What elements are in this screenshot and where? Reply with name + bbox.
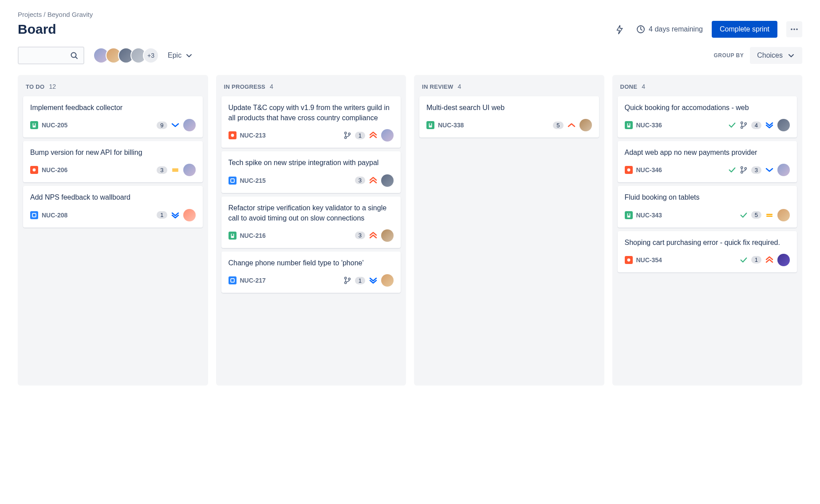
automation-icon[interactable] — [611, 21, 627, 37]
assignee-avatar[interactable] — [381, 274, 394, 287]
done-check-icon — [740, 211, 748, 219]
issue-key: NUC-346 — [636, 166, 662, 173]
card[interactable]: Add NPS feedback to wallboardNUC-2081 — [23, 186, 203, 227]
column-title: IN REVIEW — [422, 83, 453, 90]
issue-key: NUC-343 — [636, 212, 662, 219]
priority-highest-icon — [369, 176, 378, 185]
story-type-icon — [625, 121, 633, 129]
card[interactable]: Refactor stripe verification key validat… — [221, 197, 401, 248]
group-by-select[interactable]: Choices — [750, 47, 802, 64]
issue-key: NUC-215 — [240, 177, 266, 184]
assignee-avatar[interactable] — [381, 174, 394, 187]
issue-key: NUC-217 — [240, 277, 266, 284]
column-title: DONE — [620, 83, 638, 90]
complete-sprint-button[interactable]: Complete sprint — [712, 21, 777, 38]
story-points: 3 — [355, 232, 365, 239]
more-actions-button[interactable] — [786, 21, 802, 37]
search-input[interactable] — [18, 47, 84, 64]
issue-key: NUC-338 — [438, 122, 464, 129]
bug-type-icon — [229, 131, 237, 139]
assignee-filter-avatars: +3 — [93, 47, 159, 63]
issue-key: NUC-206 — [42, 166, 67, 173]
branch-icon — [740, 121, 748, 129]
priority-medium-icon — [765, 211, 774, 220]
card[interactable]: Change phone number field type to 'phone… — [221, 252, 401, 293]
chevron-down-icon — [787, 51, 795, 59]
column-count: 4 — [270, 83, 273, 90]
card[interactable]: Shoping cart purchasing error - quick fi… — [618, 231, 797, 272]
column-inreview: IN REVIEW4Multi-dest search UI webNUC-33… — [414, 75, 604, 386]
assignee-avatar[interactable] — [183, 119, 196, 131]
assignee-avatar[interactable] — [183, 209, 196, 221]
card[interactable]: Update T&C copy with v1.9 from the write… — [221, 96, 401, 148]
column-todo: TO DO12Implement feedback collectorNUC-2… — [18, 75, 208, 386]
story-type-icon — [229, 232, 237, 240]
issue-key: NUC-354 — [636, 256, 662, 264]
card[interactable]: Fluid booking on tabletsNUC-3435 — [618, 186, 797, 227]
kanban-board: TO DO12Implement feedback collectorNUC-2… — [18, 75, 802, 386]
column-title: TO DO — [26, 83, 44, 90]
card-title: Implement feedback collector — [30, 102, 196, 113]
card[interactable]: Tech spike on new stripe integration wit… — [221, 151, 401, 193]
clock-icon — [636, 25, 645, 34]
avatar-more[interactable]: +3 — [143, 47, 159, 63]
column-count: 4 — [458, 83, 461, 90]
card-title: Fluid booking on tablets — [625, 192, 790, 202]
story-points: 3 — [355, 177, 365, 184]
priority-mediumhigh-icon — [567, 121, 576, 130]
chevron-down-icon — [185, 51, 193, 59]
done-check-icon — [740, 256, 748, 264]
card[interactable]: Quick booking for accomodations - webNUC… — [618, 96, 797, 138]
priority-highest-icon — [369, 131, 378, 140]
issue-key: NUC-205 — [42, 122, 67, 129]
assignee-avatar[interactable] — [777, 209, 790, 221]
story-type-icon — [625, 211, 633, 219]
story-points: 1 — [355, 132, 365, 139]
assignee-avatar[interactable] — [777, 164, 790, 176]
priority-lowest-icon — [765, 121, 774, 130]
card-title: Multi-dest search UI web — [426, 102, 592, 113]
card[interactable]: Multi-dest search UI webNUC-3385 — [419, 96, 599, 138]
group-by-label: GROUP BY — [714, 52, 744, 59]
card[interactable]: Adapt web app no new payments providerNU… — [618, 141, 797, 182]
issue-key: NUC-336 — [636, 122, 662, 129]
breadcrumb-root[interactable]: Projects — [18, 11, 42, 18]
bug-type-icon — [625, 256, 633, 264]
issue-key: NUC-216 — [240, 232, 266, 239]
card[interactable]: Implement feedback collectorNUC-2059 — [23, 96, 203, 138]
assignee-avatar[interactable] — [580, 119, 592, 131]
assignee-avatar[interactable] — [381, 129, 394, 142]
assignee-avatar[interactable] — [381, 229, 394, 242]
card-title: Update T&C copy with v1.9 from the write… — [229, 102, 394, 123]
column-done: DONE4Quick booking for accomodations - w… — [612, 75, 803, 386]
task-type-icon — [30, 211, 38, 219]
priority-medium-icon — [171, 165, 180, 174]
assignee-avatar[interactable] — [183, 164, 196, 176]
issue-key: NUC-213 — [240, 132, 266, 139]
issue-key: NUC-208 — [42, 212, 67, 219]
page-title: Board — [18, 22, 56, 37]
story-points: 3 — [157, 166, 167, 174]
column-count: 12 — [49, 83, 56, 90]
assignee-avatar[interactable] — [777, 254, 790, 266]
story-type-icon — [30, 121, 38, 129]
card-title: Change phone number field type to 'phone… — [229, 258, 394, 268]
priority-lowest-icon — [369, 276, 378, 285]
card[interactable]: Bump version for new API for billingNUC-… — [23, 141, 203, 182]
story-points: 4 — [751, 122, 761, 129]
card-title: Bump version for new API for billing — [30, 147, 196, 158]
card-title: Shoping cart purchasing error - quick fi… — [625, 237, 790, 248]
story-points: 5 — [553, 122, 563, 129]
story-points: 3 — [751, 166, 761, 174]
done-check-icon — [728, 121, 736, 129]
task-type-icon — [229, 276, 237, 284]
priority-low-icon — [765, 165, 774, 174]
card-title: Add NPS feedback to wallboard — [30, 192, 196, 202]
search-icon — [70, 51, 78, 59]
breadcrumb-project[interactable]: Beyond Gravity — [47, 11, 93, 18]
assignee-avatar[interactable] — [777, 119, 790, 131]
branch-icon — [740, 166, 748, 174]
priority-highest-icon — [369, 231, 378, 240]
days-remaining: 4 days remaining — [636, 25, 703, 34]
epic-filter[interactable]: Epic — [168, 51, 193, 59]
